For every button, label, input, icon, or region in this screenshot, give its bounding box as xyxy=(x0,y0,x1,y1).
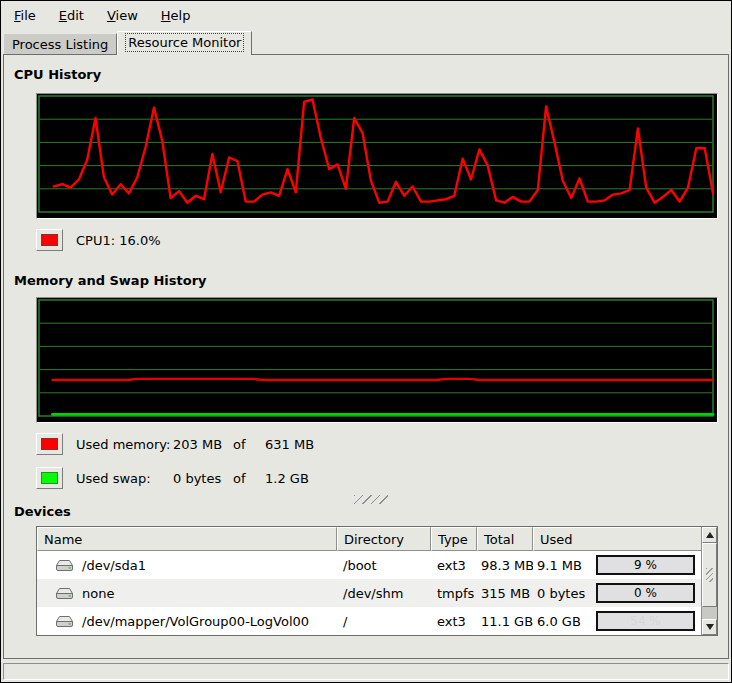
device-used: 0 bytes xyxy=(537,586,585,601)
scrollbar-thumb[interactable] xyxy=(702,543,717,607)
used-memory-of: of xyxy=(233,437,265,452)
device-type: tmpfs xyxy=(431,579,477,607)
total-memory-value: 631 MB xyxy=(265,437,314,452)
pane-resize-grip[interactable] xyxy=(354,495,388,504)
drive-icon xyxy=(55,615,74,628)
menu-edit[interactable]: Edit xyxy=(50,4,93,27)
cpu-history-graph xyxy=(36,93,718,219)
resource-monitor-panel: CPU History CPU1: 16.0% Memory and Swap … xyxy=(3,54,729,659)
scroll-up-icon xyxy=(706,532,714,538)
used-swap-legend: Used swap: 0 bytes of 1.2 GB xyxy=(36,467,728,489)
cpu1-color-swatch xyxy=(41,234,58,246)
used-memory-color-swatch xyxy=(41,438,58,450)
scroll-down-button[interactable] xyxy=(702,619,717,635)
column-header-directory[interactable]: Directory xyxy=(337,527,431,551)
used-percent-label: 0 % xyxy=(598,585,693,601)
device-row-none[interactable]: none /dev/shm tmpfs 315 MB 0 bytes 0 % xyxy=(37,579,701,607)
device-name: none xyxy=(82,586,114,601)
used-swap-label: Used swap: xyxy=(76,471,173,486)
scroll-up-button[interactable] xyxy=(702,527,717,543)
devices-title: Devices xyxy=(14,504,728,520)
column-header-used[interactable]: Used xyxy=(533,527,701,551)
used-swap-of: of xyxy=(233,471,265,486)
cpu1-color-button[interactable] xyxy=(36,229,63,251)
cpu1-legend-label: CPU1: 16.0% xyxy=(76,233,161,248)
menu-file[interactable]: File xyxy=(5,4,45,27)
used-swap-color-button[interactable] xyxy=(36,467,63,489)
scroll-down-icon xyxy=(706,624,714,630)
menubar: File Edit View Help xyxy=(1,1,731,29)
menu-help[interactable]: Help xyxy=(152,4,200,27)
device-directory: /boot xyxy=(337,551,431,579)
memory-history-title: Memory and Swap History xyxy=(14,273,728,289)
used-swap-color-swatch xyxy=(41,472,58,484)
tab-process-listing[interactable]: Process Listing xyxy=(3,33,117,54)
device-row-volgroup[interactable]: /dev/mapper/VolGroup00-LogVol00 / ext3 1… xyxy=(37,607,701,635)
device-name: /dev/sda1 xyxy=(82,558,146,573)
column-header-name[interactable]: Name xyxy=(37,527,337,551)
drive-icon xyxy=(55,587,74,600)
devices-table-header: Name Directory Type Total Used xyxy=(37,527,701,551)
used-swap-value: 0 bytes xyxy=(173,471,233,486)
device-type: ext3 xyxy=(431,551,477,579)
used-percent-label: 54 % xyxy=(598,613,693,629)
device-used: 6.0 GB xyxy=(537,614,581,629)
memory-swap-graph xyxy=(36,297,718,423)
drive-icon xyxy=(55,559,74,572)
device-used: 9.1 MB xyxy=(537,558,582,573)
used-progress-bar: 9 % xyxy=(596,555,695,575)
app-window: File Edit View Help Process Listing Reso… xyxy=(0,0,732,683)
device-name: /dev/mapper/VolGroup00-LogVol00 xyxy=(82,614,309,629)
device-total: 11.1 GB xyxy=(477,607,533,635)
used-progress-bar: 54 % xyxy=(596,611,695,631)
used-memory-color-button[interactable] xyxy=(36,433,63,455)
scrollbar-trough[interactable] xyxy=(702,607,717,619)
used-memory-label: Used memory: xyxy=(76,437,173,452)
device-row-sda1[interactable]: /dev/sda1 /boot ext3 98.3 MB 9.1 MB 9 % xyxy=(37,551,701,579)
total-swap-value: 1.2 GB xyxy=(265,471,309,486)
used-progress-bar: 0 % xyxy=(596,583,695,603)
device-directory: /dev/shm xyxy=(337,579,431,607)
device-type: ext3 xyxy=(431,607,477,635)
cpu-history-title: CPU History xyxy=(14,67,728,83)
devices-table: Name Directory Type Total Used /dev/sda1… xyxy=(36,526,718,636)
used-percent-label: 9 % xyxy=(598,557,693,573)
cpu-legend: CPU1: 16.0% xyxy=(36,229,728,251)
device-directory: / xyxy=(337,607,431,635)
used-memory-value: 203 MB xyxy=(173,437,233,452)
status-bar xyxy=(3,663,729,680)
menu-view[interactable]: View xyxy=(98,4,147,27)
vertical-scrollbar[interactable] xyxy=(701,527,717,635)
device-total: 98.3 MB xyxy=(477,551,533,579)
tab-resource-monitor[interactable]: Resource Monitor xyxy=(117,31,252,55)
tab-bar: Process Listing Resource Monitor xyxy=(1,29,731,54)
device-total: 315 MB xyxy=(477,579,533,607)
column-header-total[interactable]: Total xyxy=(477,527,533,551)
used-memory-legend: Used memory: 203 MB of 631 MB xyxy=(36,433,728,455)
column-header-type[interactable]: Type xyxy=(431,527,477,551)
